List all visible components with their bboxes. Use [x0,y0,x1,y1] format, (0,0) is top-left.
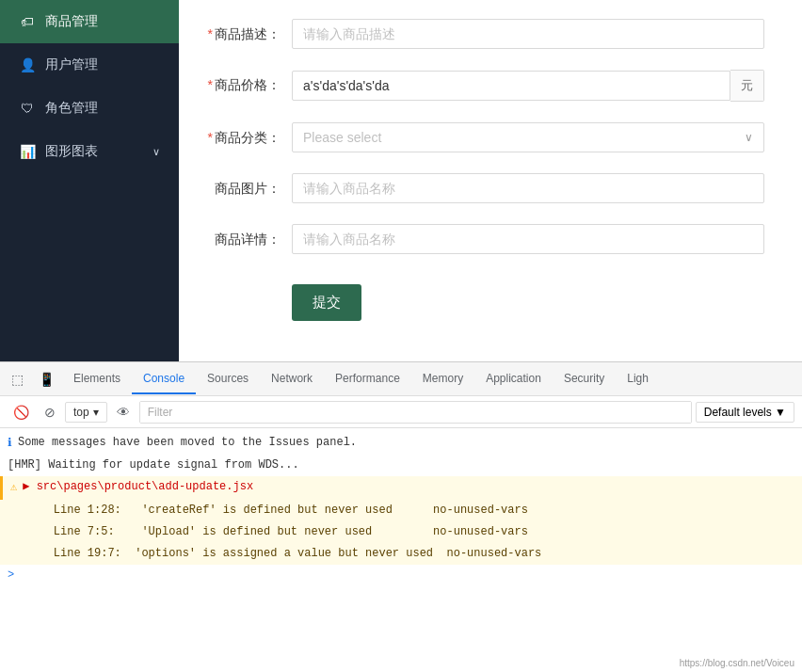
sidebar-item-product[interactable]: 🏷 商品管理 [0,0,179,43]
sidebar-label-role: 角色管理 [45,100,98,117]
input-description[interactable] [292,19,764,49]
tab-sources[interactable]: Sources [196,364,260,394]
devtools-toolbar: 🚫 ⊘ top ▾ 👁 Default levels ▼ [0,396,802,428]
log-levels-dropdown[interactable]: Default levels ▼ [696,402,794,423]
control-detail [292,224,764,254]
required-star-cat: * [208,130,213,145]
tab-memory[interactable]: Memory [411,364,474,394]
input-price[interactable] [292,71,730,101]
submit-control: 提交 [292,275,764,321]
filter-input[interactable] [140,402,691,423]
console-text-hmr: [HMR] Waiting for update signal from WDS… [8,456,299,474]
tab-performance[interactable]: Performance [324,364,411,394]
control-price: 元 [292,70,764,102]
label-category: *商品分类： [207,122,292,147]
submit-label-spacer [207,275,292,282]
console-line-warn1: Line 1:28: 'createRef' is defined but ne… [0,500,802,521]
tab-console[interactable]: Console [132,364,196,394]
tag-icon: 🏷 [19,13,36,30]
console-line-warn3: Line 19:7: 'options' is assigned a value… [0,543,802,565]
select-category[interactable]: Please select ∨ [292,122,764,152]
price-input-group: 元 [292,70,764,102]
tab-application[interactable]: Application [474,364,553,394]
form-row-submit: 提交 [207,275,764,321]
context-arrow-icon: ▾ [93,406,99,419]
sidebar-item-chart[interactable]: 📊 图形图表 ∨ [0,130,179,173]
sidebar-item-role[interactable]: 🛡 角色管理 [0,87,179,130]
console-input-line: > [0,565,802,586]
eye-button[interactable]: 👁 [111,401,136,424]
chevron-down-icon: ∨ [745,131,753,144]
form-row-image: 商品图片： [207,173,764,203]
console-line-warn2: Line 7:5: 'Upload' is defined but never … [0,521,802,543]
required-star: * [208,26,213,41]
tab-network[interactable]: Network [260,364,324,394]
sidebar: 🏷 商品管理 👤 用户管理 🛡 角色管理 📊 图形图表 ∨ [0,0,179,361]
app-container: 🏷 商品管理 👤 用户管理 🛡 角色管理 📊 图形图表 ∨ [0,0,802,672]
sidebar-label-user: 用户管理 [45,56,98,73]
clear-console-button[interactable]: 🚫 [8,401,35,424]
required-star-price: * [208,77,213,92]
console-warn-text-3: Line 19:7: 'options' is assigned a value… [26,545,541,563]
label-price: *商品价格： [207,70,292,94]
sidebar-label-chart: 图形图表 [45,143,98,160]
devtools-inspect-icon[interactable]: ⬚ [4,366,31,392]
chart-icon: 📊 [19,143,36,160]
filter-toggle-button[interactable]: ⊘ [39,401,61,424]
console-input[interactable] [18,569,794,583]
console-line-warning-header: ⚠ ▶ src\pages\product\add-update.jsx [0,476,802,499]
submit-button[interactable]: 提交 [292,284,361,321]
info-icon: ℹ [8,435,12,453]
sidebar-label-product: 商品管理 [45,13,98,30]
shield-icon: 🛡 [19,100,36,117]
log-levels-label: Default levels ▼ [704,406,786,419]
person-icon: 👤 [19,56,36,73]
console-warn-text-2: Line 7:5: 'Upload' is defined but never … [26,523,528,541]
main-content: *商品描述： *商品价格： 元 [179,0,802,361]
select-placeholder: Please select [303,130,745,145]
form-row-category: *商品分类： Please select ∨ [207,122,764,152]
price-suffix: 元 [730,70,764,102]
console-warn-text-1: Line 1:28: 'createRef' is defined but ne… [26,502,528,520]
context-selector[interactable]: top ▾ [65,402,107,423]
tab-elements[interactable]: Elements [62,364,132,394]
form-row-description: *商品描述： [207,19,764,49]
devtools-panel: ⬚ 📱 Elements Console Sources Network Per… [0,361,802,672]
main-area: 🏷 商品管理 👤 用户管理 🛡 角色管理 📊 图形图表 ∨ [0,0,802,361]
label-detail: 商品详情： [207,224,292,248]
form-row-detail: 商品详情： [207,224,764,254]
warning-icon: ⚠ [10,479,17,497]
context-label: top [73,406,89,419]
filter-input-container [139,401,692,424]
devtools-tab-bar: ⬚ 📱 Elements Console Sources Network Per… [0,362,802,396]
console-text-file[interactable]: ▶ src\pages\product\add-update.jsx [23,478,253,496]
label-description: *商品描述： [207,19,292,43]
input-image[interactable] [292,173,764,203]
product-form: *商品描述： *商品价格： 元 [207,19,764,321]
chevron-down-icon: ∨ [152,146,160,158]
console-line-hmr: [HMR] Waiting for update signal from WDS… [0,455,802,476]
input-detail[interactable] [292,224,764,254]
sidebar-item-user[interactable]: 👤 用户管理 [0,43,179,87]
devtools-console: ℹ Some messages have been moved to the I… [0,428,802,672]
label-image: 商品图片： [207,173,292,198]
tab-lighthouse[interactable]: Ligh [616,364,660,394]
console-text-issues: Some messages have been moved to the Iss… [18,434,357,452]
control-category: Please select ∨ [292,122,764,152]
control-image [292,173,764,203]
form-row-price: *商品价格： 元 [207,70,764,102]
control-description [292,19,764,49]
tab-security[interactable]: Security [553,364,616,394]
devtools-device-icon[interactable]: 📱 [31,366,62,392]
watermark: https://blog.csdn.net/Voiceu [680,658,794,668]
console-prompt-icon: > [8,567,14,584]
console-line-issues: ℹ Some messages have been moved to the I… [0,432,802,455]
